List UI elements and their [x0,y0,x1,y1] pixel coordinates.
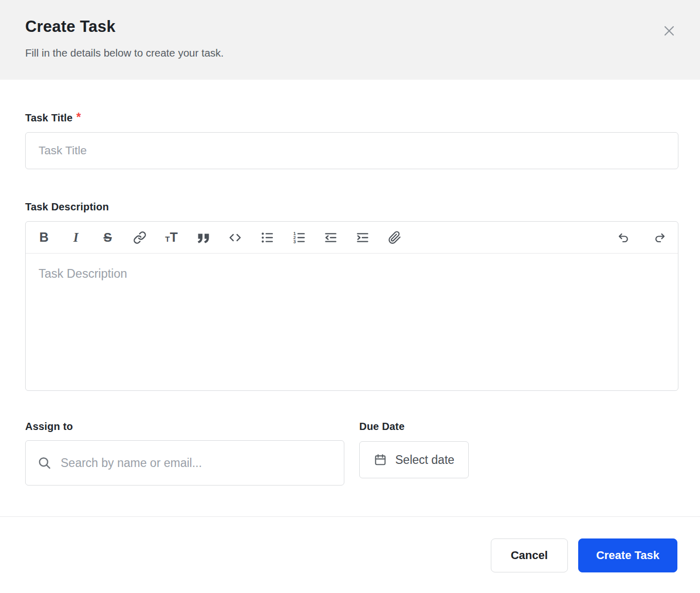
code-button[interactable] [224,226,247,249]
text-size-icon: TT [165,230,177,245]
bullet-list-icon [260,231,274,244]
outdent-button[interactable] [319,226,342,249]
assign-to-label: Assign to [25,421,73,433]
assignee-search-input[interactable] [25,440,344,486]
link-icon [133,231,146,244]
bullet-list-button[interactable] [255,226,279,249]
required-marker: * [76,112,81,123]
task-title-input[interactable] [25,132,678,169]
quote-icon [197,231,210,244]
indent-button[interactable] [351,226,374,249]
task-title-label: Task Title [25,112,72,124]
strikethrough-icon: S [103,230,112,245]
editor-toolbar: B I S TT [26,222,678,254]
bold-icon: B [39,230,48,245]
ordered-list-icon: 1 2 3 [292,231,306,244]
modal-subtitle: Fill in the details below to create your… [25,47,675,59]
undo-button[interactable] [612,226,635,249]
close-button[interactable] [660,22,678,40]
rich-text-editor: B I S TT [25,221,678,391]
due-date-label: Due Date [359,421,404,433]
create-task-modal: Create Task Fill in the details below to… [0,0,700,593]
attachment-icon [388,231,401,244]
cancel-button[interactable]: Cancel [491,538,568,572]
indent-icon [356,231,370,244]
undo-icon [616,231,631,244]
text-size-button[interactable]: TT [160,226,183,249]
task-title-label-row: Task Title * [25,112,678,124]
assignee-search-wrap [25,440,344,486]
modal-footer: Cancel Create Task [0,516,700,593]
editor-toolbar-right [612,226,671,249]
redo-button[interactable] [648,226,671,249]
close-icon [661,23,677,39]
code-icon [228,231,242,244]
italic-icon: I [73,230,79,245]
select-date-label: Select date [395,453,454,467]
task-description-input[interactable]: Task Description [26,254,678,390]
bold-button[interactable]: B [32,226,56,249]
select-date-button[interactable]: Select date [359,441,469,478]
due-date-label-row: Due Date [359,421,469,433]
ordered-list-button[interactable]: 1 2 3 [287,226,310,249]
due-date-field: Due Date Select date [359,421,469,478]
create-task-button[interactable]: Create Task [578,538,677,572]
modal-body: Task Title * Task Description B I [0,80,700,486]
modal-header: Create Task Fill in the details below to… [0,0,700,80]
assign-due-row: Assign to Due Date [25,421,678,486]
calendar-icon [374,453,387,466]
attachment-button[interactable] [383,226,406,249]
assign-to-field: Assign to [25,421,344,486]
italic-button[interactable]: I [64,226,87,249]
task-title-field: Task Title * [25,112,678,169]
assign-to-label-row: Assign to [25,421,344,433]
svg-text:3: 3 [293,239,296,244]
search-icon [38,456,51,470]
task-description-field: Task Description B I S [25,201,678,391]
strikethrough-button[interactable]: S [96,226,119,249]
task-description-placeholder: Task Description [39,267,127,280]
task-description-label-row: Task Description [25,201,678,213]
redo-icon [653,231,667,244]
task-description-label: Task Description [25,201,109,213]
page-title: Create Task [25,17,675,36]
outdent-icon [324,231,338,244]
link-button[interactable] [128,226,151,249]
quote-button[interactable] [192,226,215,249]
